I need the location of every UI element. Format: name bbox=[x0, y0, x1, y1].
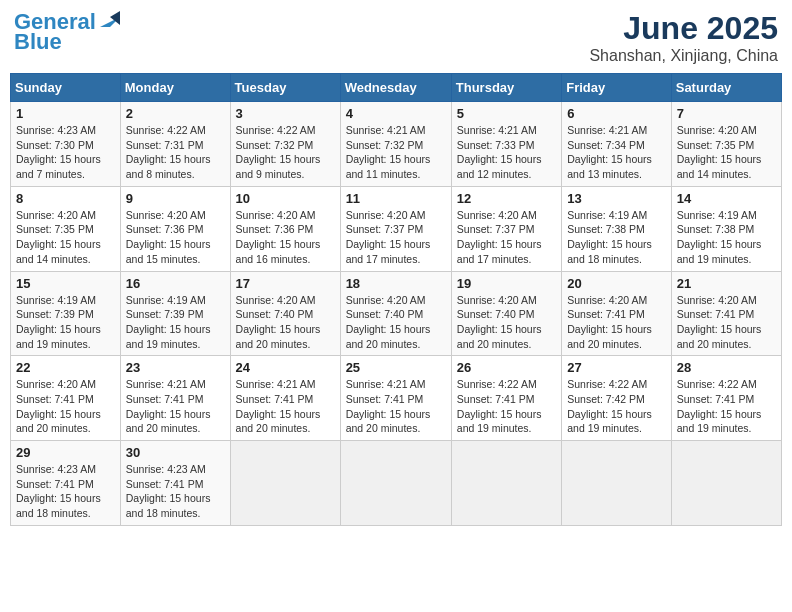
calendar-header-row: SundayMondayTuesdayWednesdayThursdayFrid… bbox=[11, 74, 782, 102]
calendar-cell: 29Sunrise: 4:23 AM Sunset: 7:41 PM Dayli… bbox=[11, 441, 121, 526]
weekday-header-friday: Friday bbox=[562, 74, 672, 102]
day-number: 24 bbox=[236, 360, 335, 375]
calendar-cell: 3Sunrise: 4:22 AM Sunset: 7:32 PM Daylig… bbox=[230, 102, 340, 187]
calendar-cell bbox=[230, 441, 340, 526]
day-info: Sunrise: 4:22 AM Sunset: 7:41 PM Dayligh… bbox=[677, 377, 776, 436]
day-info: Sunrise: 4:20 AM Sunset: 7:41 PM Dayligh… bbox=[567, 293, 666, 352]
day-info: Sunrise: 4:20 AM Sunset: 7:35 PM Dayligh… bbox=[16, 208, 115, 267]
calendar-cell: 12Sunrise: 4:20 AM Sunset: 7:37 PM Dayli… bbox=[451, 186, 561, 271]
calendar-cell: 26Sunrise: 4:22 AM Sunset: 7:41 PM Dayli… bbox=[451, 356, 561, 441]
weekday-header-saturday: Saturday bbox=[671, 74, 781, 102]
day-number: 27 bbox=[567, 360, 666, 375]
day-number: 30 bbox=[126, 445, 225, 460]
day-number: 8 bbox=[16, 191, 115, 206]
day-number: 14 bbox=[677, 191, 776, 206]
page-header: General Blue June 2025 Shanshan, Xinjian… bbox=[10, 10, 782, 65]
day-info: Sunrise: 4:20 AM Sunset: 7:37 PM Dayligh… bbox=[346, 208, 446, 267]
day-info: Sunrise: 4:19 AM Sunset: 7:38 PM Dayligh… bbox=[677, 208, 776, 267]
logo: General Blue bbox=[14, 10, 120, 54]
calendar-cell: 9Sunrise: 4:20 AM Sunset: 7:36 PM Daylig… bbox=[120, 186, 230, 271]
calendar-cell: 25Sunrise: 4:21 AM Sunset: 7:41 PM Dayli… bbox=[340, 356, 451, 441]
logo-blue-text: Blue bbox=[14, 30, 62, 54]
calendar-cell: 6Sunrise: 4:21 AM Sunset: 7:34 PM Daylig… bbox=[562, 102, 672, 187]
day-number: 10 bbox=[236, 191, 335, 206]
day-number: 20 bbox=[567, 276, 666, 291]
day-number: 25 bbox=[346, 360, 446, 375]
day-info: Sunrise: 4:20 AM Sunset: 7:37 PM Dayligh… bbox=[457, 208, 556, 267]
calendar-cell: 19Sunrise: 4:20 AM Sunset: 7:40 PM Dayli… bbox=[451, 271, 561, 356]
day-number: 9 bbox=[126, 191, 225, 206]
day-number: 15 bbox=[16, 276, 115, 291]
calendar-cell: 17Sunrise: 4:20 AM Sunset: 7:40 PM Dayli… bbox=[230, 271, 340, 356]
day-info: Sunrise: 4:22 AM Sunset: 7:41 PM Dayligh… bbox=[457, 377, 556, 436]
calendar-cell: 2Sunrise: 4:22 AM Sunset: 7:31 PM Daylig… bbox=[120, 102, 230, 187]
calendar-cell: 24Sunrise: 4:21 AM Sunset: 7:41 PM Dayli… bbox=[230, 356, 340, 441]
calendar-week-4: 22Sunrise: 4:20 AM Sunset: 7:41 PM Dayli… bbox=[11, 356, 782, 441]
calendar-week-5: 29Sunrise: 4:23 AM Sunset: 7:41 PM Dayli… bbox=[11, 441, 782, 526]
day-info: Sunrise: 4:21 AM Sunset: 7:41 PM Dayligh… bbox=[236, 377, 335, 436]
logo-wing-icon bbox=[98, 9, 120, 31]
weekday-header-sunday: Sunday bbox=[11, 74, 121, 102]
calendar-cell: 23Sunrise: 4:21 AM Sunset: 7:41 PM Dayli… bbox=[120, 356, 230, 441]
day-number: 21 bbox=[677, 276, 776, 291]
calendar-week-1: 1Sunrise: 4:23 AM Sunset: 7:30 PM Daylig… bbox=[11, 102, 782, 187]
day-info: Sunrise: 4:20 AM Sunset: 7:41 PM Dayligh… bbox=[677, 293, 776, 352]
day-number: 22 bbox=[16, 360, 115, 375]
calendar-cell: 27Sunrise: 4:22 AM Sunset: 7:42 PM Dayli… bbox=[562, 356, 672, 441]
day-number: 13 bbox=[567, 191, 666, 206]
weekday-header-monday: Monday bbox=[120, 74, 230, 102]
day-number: 11 bbox=[346, 191, 446, 206]
calendar-cell bbox=[671, 441, 781, 526]
calendar-cell: 30Sunrise: 4:23 AM Sunset: 7:41 PM Dayli… bbox=[120, 441, 230, 526]
day-number: 28 bbox=[677, 360, 776, 375]
calendar-cell: 20Sunrise: 4:20 AM Sunset: 7:41 PM Dayli… bbox=[562, 271, 672, 356]
day-number: 5 bbox=[457, 106, 556, 121]
calendar-cell bbox=[451, 441, 561, 526]
calendar-cell: 5Sunrise: 4:21 AM Sunset: 7:33 PM Daylig… bbox=[451, 102, 561, 187]
day-info: Sunrise: 4:22 AM Sunset: 7:42 PM Dayligh… bbox=[567, 377, 666, 436]
calendar-cell: 21Sunrise: 4:20 AM Sunset: 7:41 PM Dayli… bbox=[671, 271, 781, 356]
day-info: Sunrise: 4:21 AM Sunset: 7:41 PM Dayligh… bbox=[346, 377, 446, 436]
day-info: Sunrise: 4:21 AM Sunset: 7:32 PM Dayligh… bbox=[346, 123, 446, 182]
day-number: 4 bbox=[346, 106, 446, 121]
calendar-cell: 14Sunrise: 4:19 AM Sunset: 7:38 PM Dayli… bbox=[671, 186, 781, 271]
day-number: 17 bbox=[236, 276, 335, 291]
title-block: June 2025 Shanshan, Xinjiang, China bbox=[589, 10, 778, 65]
day-info: Sunrise: 4:20 AM Sunset: 7:40 PM Dayligh… bbox=[346, 293, 446, 352]
day-number: 26 bbox=[457, 360, 556, 375]
day-info: Sunrise: 4:19 AM Sunset: 7:38 PM Dayligh… bbox=[567, 208, 666, 267]
day-info: Sunrise: 4:20 AM Sunset: 7:35 PM Dayligh… bbox=[677, 123, 776, 182]
calendar-week-2: 8Sunrise: 4:20 AM Sunset: 7:35 PM Daylig… bbox=[11, 186, 782, 271]
day-info: Sunrise: 4:21 AM Sunset: 7:41 PM Dayligh… bbox=[126, 377, 225, 436]
location-subtitle: Shanshan, Xinjiang, China bbox=[589, 47, 778, 65]
calendar-cell: 13Sunrise: 4:19 AM Sunset: 7:38 PM Dayli… bbox=[562, 186, 672, 271]
weekday-header-wednesday: Wednesday bbox=[340, 74, 451, 102]
calendar-table: SundayMondayTuesdayWednesdayThursdayFrid… bbox=[10, 73, 782, 526]
calendar-cell: 8Sunrise: 4:20 AM Sunset: 7:35 PM Daylig… bbox=[11, 186, 121, 271]
day-info: Sunrise: 4:23 AM Sunset: 7:41 PM Dayligh… bbox=[126, 462, 225, 521]
calendar-cell: 28Sunrise: 4:22 AM Sunset: 7:41 PM Dayli… bbox=[671, 356, 781, 441]
day-number: 16 bbox=[126, 276, 225, 291]
day-number: 12 bbox=[457, 191, 556, 206]
calendar-cell bbox=[340, 441, 451, 526]
day-number: 7 bbox=[677, 106, 776, 121]
calendar-cell bbox=[562, 441, 672, 526]
day-info: Sunrise: 4:19 AM Sunset: 7:39 PM Dayligh… bbox=[16, 293, 115, 352]
calendar-cell: 7Sunrise: 4:20 AM Sunset: 7:35 PM Daylig… bbox=[671, 102, 781, 187]
day-info: Sunrise: 4:20 AM Sunset: 7:36 PM Dayligh… bbox=[236, 208, 335, 267]
calendar-cell: 11Sunrise: 4:20 AM Sunset: 7:37 PM Dayli… bbox=[340, 186, 451, 271]
calendar-cell: 18Sunrise: 4:20 AM Sunset: 7:40 PM Dayli… bbox=[340, 271, 451, 356]
month-title: June 2025 bbox=[589, 10, 778, 47]
day-info: Sunrise: 4:20 AM Sunset: 7:40 PM Dayligh… bbox=[236, 293, 335, 352]
day-info: Sunrise: 4:22 AM Sunset: 7:32 PM Dayligh… bbox=[236, 123, 335, 182]
day-info: Sunrise: 4:21 AM Sunset: 7:33 PM Dayligh… bbox=[457, 123, 556, 182]
day-number: 18 bbox=[346, 276, 446, 291]
day-info: Sunrise: 4:23 AM Sunset: 7:30 PM Dayligh… bbox=[16, 123, 115, 182]
day-number: 29 bbox=[16, 445, 115, 460]
day-number: 23 bbox=[126, 360, 225, 375]
calendar-cell: 16Sunrise: 4:19 AM Sunset: 7:39 PM Dayli… bbox=[120, 271, 230, 356]
day-info: Sunrise: 4:21 AM Sunset: 7:34 PM Dayligh… bbox=[567, 123, 666, 182]
calendar-week-3: 15Sunrise: 4:19 AM Sunset: 7:39 PM Dayli… bbox=[11, 271, 782, 356]
day-number: 2 bbox=[126, 106, 225, 121]
calendar-body: 1Sunrise: 4:23 AM Sunset: 7:30 PM Daylig… bbox=[11, 102, 782, 526]
